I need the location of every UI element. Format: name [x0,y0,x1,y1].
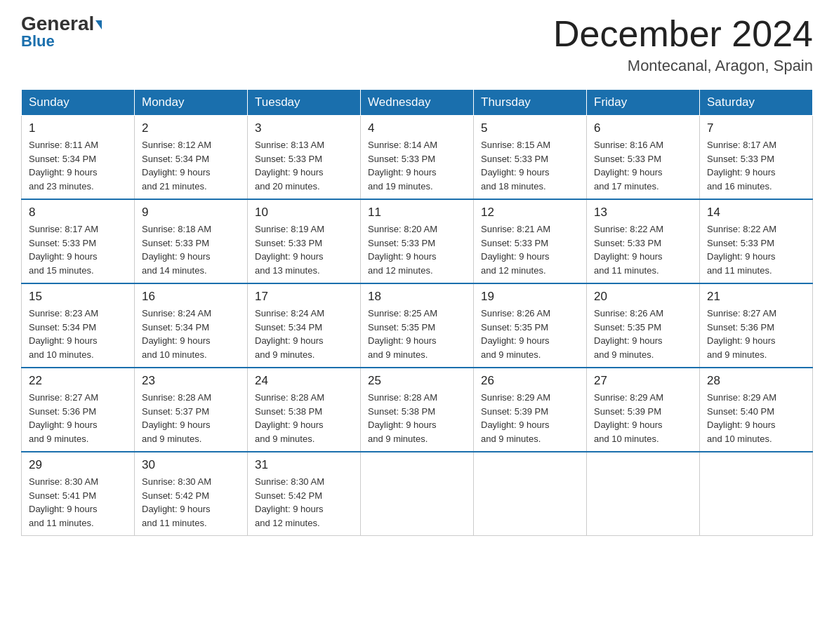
calendar-cell: 11 Sunrise: 8:20 AM Sunset: 5:33 PM Dayl… [361,199,474,283]
calendar-cell: 17 Sunrise: 8:24 AM Sunset: 5:34 PM Dayl… [248,283,361,368]
sun-info: Sunrise: 8:29 AM Sunset: 5:39 PM Dayligh… [594,391,692,445]
day-number: 2 [142,121,240,135]
col-tuesday: Tuesday [248,90,361,116]
calendar-cell: 16 Sunrise: 8:24 AM Sunset: 5:34 PM Dayl… [135,283,248,368]
calendar-cell: 24 Sunrise: 8:28 AM Sunset: 5:38 PM Dayl… [248,368,361,452]
col-wednesday: Wednesday [361,90,474,116]
col-saturday: Saturday [700,90,813,116]
calendar-cell: 18 Sunrise: 8:25 AM Sunset: 5:35 PM Dayl… [361,283,474,368]
day-number: 13 [594,206,692,220]
sun-info: Sunrise: 8:19 AM Sunset: 5:33 PM Dayligh… [255,222,353,277]
logo: General Blue [21,14,102,51]
col-sunday: Sunday [22,90,135,116]
calendar-cell: 10 Sunrise: 8:19 AM Sunset: 5:33 PM Dayl… [248,199,361,283]
calendar-table: Sunday Monday Tuesday Wednesday Thursday… [21,89,813,536]
day-number: 25 [368,374,466,388]
day-number: 26 [481,374,579,388]
day-number: 27 [594,374,692,388]
day-number: 8 [29,206,127,220]
day-number: 6 [594,121,692,135]
day-number: 3 [255,121,353,135]
col-monday: Monday [135,90,248,116]
sun-info: Sunrise: 8:22 AM Sunset: 5:33 PM Dayligh… [594,222,692,277]
sun-info: Sunrise: 8:17 AM Sunset: 5:33 PM Dayligh… [29,222,127,277]
calendar-cell: 4 Sunrise: 8:14 AM Sunset: 5:33 PM Dayli… [361,116,474,200]
day-number: 9 [142,206,240,220]
calendar-header-row: Sunday Monday Tuesday Wednesday Thursday… [22,90,813,116]
calendar-cell [474,452,587,536]
sun-info: Sunrise: 8:26 AM Sunset: 5:35 PM Dayligh… [481,307,579,361]
calendar-cell: 12 Sunrise: 8:21 AM Sunset: 5:33 PM Dayl… [474,199,587,283]
calendar-cell: 2 Sunrise: 8:12 AM Sunset: 5:34 PM Dayli… [135,116,248,200]
sun-info: Sunrise: 8:30 AM Sunset: 5:42 PM Dayligh… [255,475,353,530]
sun-info: Sunrise: 8:27 AM Sunset: 5:36 PM Dayligh… [29,391,127,445]
sun-info: Sunrise: 8:20 AM Sunset: 5:33 PM Dayligh… [368,222,466,277]
sun-info: Sunrise: 8:30 AM Sunset: 5:42 PM Dayligh… [142,475,240,530]
calendar-cell: 31 Sunrise: 8:30 AM Sunset: 5:42 PM Dayl… [248,452,361,536]
title-block: December 2024 Montecanal, Aragon, Spain [553,14,813,75]
calendar-cell: 26 Sunrise: 8:29 AM Sunset: 5:39 PM Dayl… [474,368,587,452]
day-number: 31 [255,458,353,472]
calendar-cell [587,452,700,536]
day-number: 21 [707,290,805,304]
sun-info: Sunrise: 8:28 AM Sunset: 5:38 PM Dayligh… [368,391,466,445]
day-number: 7 [707,121,805,135]
sun-info: Sunrise: 8:24 AM Sunset: 5:34 PM Dayligh… [142,307,240,361]
day-number: 24 [255,374,353,388]
day-number: 16 [142,290,240,304]
day-number: 14 [707,206,805,220]
calendar-cell: 23 Sunrise: 8:28 AM Sunset: 5:37 PM Dayl… [135,368,248,452]
sun-info: Sunrise: 8:29 AM Sunset: 5:39 PM Dayligh… [481,391,579,445]
calendar-cell: 27 Sunrise: 8:29 AM Sunset: 5:39 PM Dayl… [587,368,700,452]
calendar-week-row: 22 Sunrise: 8:27 AM Sunset: 5:36 PM Dayl… [22,368,813,452]
calendar-cell: 19 Sunrise: 8:26 AM Sunset: 5:35 PM Dayl… [474,283,587,368]
calendar-cell: 21 Sunrise: 8:27 AM Sunset: 5:36 PM Dayl… [700,283,813,368]
sun-info: Sunrise: 8:18 AM Sunset: 5:33 PM Dayligh… [142,222,240,277]
calendar-cell: 25 Sunrise: 8:28 AM Sunset: 5:38 PM Dayl… [361,368,474,452]
day-number: 17 [255,290,353,304]
sun-info: Sunrise: 8:26 AM Sunset: 5:35 PM Dayligh… [594,307,692,361]
calendar-cell: 14 Sunrise: 8:22 AM Sunset: 5:33 PM Dayl… [700,199,813,283]
calendar-cell: 30 Sunrise: 8:30 AM Sunset: 5:42 PM Dayl… [135,452,248,536]
sun-info: Sunrise: 8:30 AM Sunset: 5:41 PM Dayligh… [29,475,127,530]
calendar-cell: 6 Sunrise: 8:16 AM Sunset: 5:33 PM Dayli… [587,116,700,200]
col-friday: Friday [587,90,700,116]
sun-info: Sunrise: 8:25 AM Sunset: 5:35 PM Dayligh… [368,307,466,361]
page-header: General Blue December 2024 Montecanal, A… [21,14,813,75]
sun-info: Sunrise: 8:22 AM Sunset: 5:33 PM Dayligh… [707,222,805,277]
sun-info: Sunrise: 8:29 AM Sunset: 5:40 PM Dayligh… [707,391,805,445]
sun-info: Sunrise: 8:23 AM Sunset: 5:34 PM Dayligh… [29,307,127,361]
sun-info: Sunrise: 8:16 AM Sunset: 5:33 PM Dayligh… [594,138,692,193]
calendar-cell: 1 Sunrise: 8:11 AM Sunset: 5:34 PM Dayli… [22,116,135,200]
sun-info: Sunrise: 8:17 AM Sunset: 5:33 PM Dayligh… [707,138,805,193]
sun-info: Sunrise: 8:24 AM Sunset: 5:34 PM Dayligh… [255,307,353,361]
calendar-cell: 13 Sunrise: 8:22 AM Sunset: 5:33 PM Dayl… [587,199,700,283]
sun-info: Sunrise: 8:12 AM Sunset: 5:34 PM Dayligh… [142,138,240,193]
calendar-cell: 9 Sunrise: 8:18 AM Sunset: 5:33 PM Dayli… [135,199,248,283]
calendar-week-row: 8 Sunrise: 8:17 AM Sunset: 5:33 PM Dayli… [22,199,813,283]
day-number: 30 [142,458,240,472]
day-number: 23 [142,374,240,388]
sun-info: Sunrise: 8:28 AM Sunset: 5:37 PM Dayligh… [142,391,240,445]
calendar-cell: 29 Sunrise: 8:30 AM Sunset: 5:41 PM Dayl… [22,452,135,536]
sun-info: Sunrise: 8:13 AM Sunset: 5:33 PM Dayligh… [255,138,353,193]
calendar-cell: 15 Sunrise: 8:23 AM Sunset: 5:34 PM Dayl… [22,283,135,368]
day-number: 28 [707,374,805,388]
calendar-cell [700,452,813,536]
calendar-cell: 22 Sunrise: 8:27 AM Sunset: 5:36 PM Dayl… [22,368,135,452]
day-number: 20 [594,290,692,304]
month-title: December 2024 [553,14,813,54]
day-number: 5 [481,121,579,135]
calendar-cell [361,452,474,536]
day-number: 22 [29,374,127,388]
logo-blue: Blue [21,32,55,51]
calendar-cell: 3 Sunrise: 8:13 AM Sunset: 5:33 PM Dayli… [248,116,361,200]
day-number: 18 [368,290,466,304]
day-number: 29 [29,458,127,472]
sun-info: Sunrise: 8:28 AM Sunset: 5:38 PM Dayligh… [255,391,353,445]
col-thursday: Thursday [474,90,587,116]
calendar-cell: 28 Sunrise: 8:29 AM Sunset: 5:40 PM Dayl… [700,368,813,452]
calendar-cell: 5 Sunrise: 8:15 AM Sunset: 5:33 PM Dayli… [474,116,587,200]
calendar-week-row: 29 Sunrise: 8:30 AM Sunset: 5:41 PM Dayl… [22,452,813,536]
sun-info: Sunrise: 8:15 AM Sunset: 5:33 PM Dayligh… [481,138,579,193]
